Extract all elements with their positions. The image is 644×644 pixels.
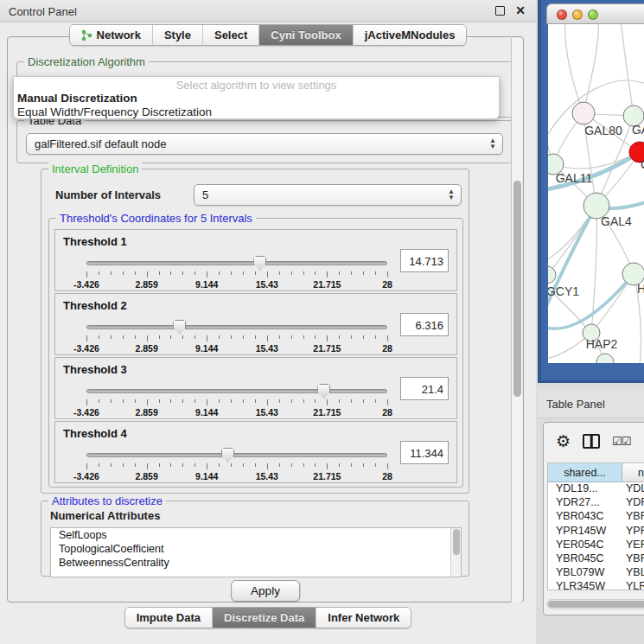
slider-tick-label: 9.144 [195,407,218,418]
minimize-traffic-light[interactable] [572,10,583,20]
node-table: shared... na YDL19...YDL1YDR27...YDR2YBR… [547,462,644,590]
cell-name[interactable]: YLR3 [622,580,644,590]
slider-tick [231,271,232,275]
panel-title: Control Panel [9,5,77,18]
table-row[interactable]: YER054CYER0 [548,539,644,552]
gear-icon[interactable]: ⚙ [556,431,571,451]
slider-tick-label: 9.144 [195,279,218,290]
slider-tick-label: -3.426 [73,343,99,354]
slider-tick [86,335,87,341]
table-horizontal-scrollbar[interactable] [546,599,644,609]
tab-cyni-toolbox[interactable]: Cyni Toolbox [259,25,353,45]
network-node[interactable] [596,354,614,363]
threshold-value-field[interactable]: 14.713 [400,249,449,272]
cell-shared-name[interactable]: YDL19... [548,482,622,496]
checkbox-columns-icon[interactable]: ☑☑ [612,435,630,448]
cell-name[interactable]: YBR0 [622,510,644,524]
slider-track[interactable] [86,389,387,393]
slider-tick [279,335,280,339]
tab-jactivemnodules[interactable]: jActiveMNodules [354,25,467,45]
slider-thumb[interactable] [173,320,186,335]
attributes-scrollbar[interactable] [450,528,461,577]
slider-tick-label: 28 [382,407,392,418]
slider-tick [194,399,195,403]
cell-shared-name[interactable]: YBL079W [548,566,622,580]
table-row[interactable]: YBL079WYBL0 [548,566,644,580]
network-edge [621,24,634,116]
threshold-slider[interactable]: -3.4262.8599.14415.4321.71528 [86,384,387,418]
slider-thumb[interactable] [253,256,266,271]
threshold-slider[interactable]: -3.4262.8599.14415.4321.71528 [86,448,387,482]
cell-name[interactable]: YBL0 [622,566,644,580]
attribute-item[interactable]: SelfLoops [51,528,461,542]
slider-tick [267,399,268,405]
cell-shared-name[interactable]: YBR045C [548,552,622,566]
threshold-slider[interactable]: -3.4262.8599.14415.4321.71528 [86,320,387,354]
attribute-item[interactable]: TopologicalCoefficient [51,542,461,556]
cell-name[interactable]: YBR0 [622,552,644,566]
cell-name[interactable]: YPR1 [622,525,644,539]
tab-infer-network[interactable]: Infer Network [316,608,411,628]
slider-tick-label: 2.859 [135,279,157,290]
network-canvas[interactable]: GAL80GAGAL11CGAL4GCY1HHAP2 [548,24,644,363]
slider-tick [207,399,207,405]
table-data-combo[interactable]: galFiltered.sif default node ▲▼ [26,133,503,155]
network-window-titlebar[interactable] [546,3,644,24]
slider-tick-label: 15.43 [256,343,278,354]
cell-shared-name[interactable]: YLR345W [548,580,622,590]
slider-track[interactable] [86,261,387,265]
slider-tick [327,399,328,405]
network-node-label: GAL80 [584,124,622,137]
threshold-slider[interactable]: -3.4262.8599.14415.4321.71528 [86,256,387,290]
zoom-traffic-light[interactable] [588,10,598,20]
slider-tick [315,399,316,403]
table-row[interactable]: YLR345WYLR3 [548,580,644,590]
tab-network[interactable]: Network [70,25,153,45]
cell-shared-name[interactable]: YPR145W [548,525,622,539]
slider-tick [99,463,99,467]
split-view-icon[interactable] [583,434,600,449]
attribute-item[interactable]: BetweennessCentrality [51,556,461,570]
slider-track[interactable] [86,325,387,329]
network-node[interactable] [572,102,595,124]
algorithm-option-equal-width[interactable]: Equal Width/Frequency Discretization [16,105,486,118]
slider-tick [123,399,124,403]
slider-thumb[interactable] [221,448,234,462]
table-row[interactable]: YBR045CYBR0 [548,552,644,566]
slider-tick [363,399,364,403]
table-row[interactable]: YDR27...YDR2 [548,496,644,510]
tab-discretize-data[interactable]: Discretize Data [213,608,316,628]
slider-thumb[interactable] [317,384,330,399]
apply-button[interactable]: Apply [231,580,300,602]
network-node-label: GCY1 [548,284,579,298]
table-row[interactable]: YDL19...YDL1 [548,482,644,496]
table-panel-titlebar: Table Panel [538,389,644,418]
cell-name[interactable]: YER0 [622,539,644,552]
threshold-value-field[interactable]: 21.4 [400,377,449,400]
cell-shared-name[interactable]: YBR043C [548,510,622,524]
column-header-name[interactable]: na [622,463,644,482]
threshold-value-field[interactable]: 11.344 [400,441,449,464]
cell-shared-name[interactable]: YDR27... [548,496,622,510]
close-icon[interactable]: ✕ [515,3,526,17]
panel-vertical-scrollbar[interactable] [511,38,522,603]
table-row[interactable]: YPR145WYPR1 [548,525,644,539]
cell-name[interactable]: YDR2 [622,496,644,510]
network-node-label: GAL11 [556,171,593,185]
slider-track[interactable] [86,453,387,457]
tab-impute-data[interactable]: Impute Data [125,608,213,628]
tab-select[interactable]: Select [203,25,259,45]
slider-tick [243,335,244,339]
algorithm-option-manual[interactable]: Manual Discretization [16,92,486,105]
close-traffic-light[interactable] [557,10,567,20]
table-row[interactable]: YBR043CYBR0 [548,510,644,524]
network-node[interactable] [548,266,556,284]
slider-tick [135,335,136,339]
tab-style[interactable]: Style [153,25,203,45]
float-window-icon[interactable] [495,6,505,16]
num-intervals-combo[interactable]: 5 ▲▼ [194,184,462,206]
threshold-value-field[interactable]: 6.316 [400,313,449,336]
cell-name[interactable]: YDL1 [622,482,644,496]
column-header-shared-name[interactable]: shared... [548,463,622,482]
cell-shared-name[interactable]: YER054C [548,539,622,552]
